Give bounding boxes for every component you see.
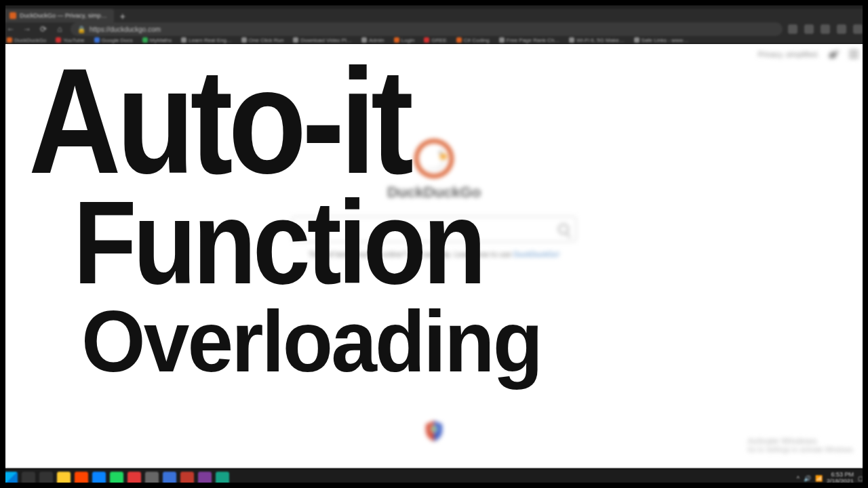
bookmark-item[interactable]: C# Coding bbox=[456, 37, 490, 43]
bookmark-favicon-icon bbox=[241, 37, 247, 43]
menu-icon[interactable] bbox=[853, 24, 863, 34]
bookmark-favicon-icon bbox=[634, 37, 639, 43]
app-icon-3[interactable] bbox=[145, 472, 159, 485]
bookmark-item[interactable]: YouTube bbox=[56, 37, 84, 43]
tagline-text: Tired of being tracked online? We can he… bbox=[309, 250, 511, 258]
bookmark-label: C# Coding bbox=[464, 37, 490, 43]
firefox-icon[interactable] bbox=[75, 472, 88, 485]
app-icon-6[interactable] bbox=[198, 472, 212, 485]
bookmark-favicon-icon bbox=[56, 37, 61, 43]
svg-point-1 bbox=[432, 427, 436, 431]
bookmark-item[interactable]: Admin bbox=[361, 37, 384, 43]
file-explorer-icon[interactable] bbox=[57, 472, 71, 485]
app-icon-2[interactable] bbox=[127, 472, 141, 485]
bookmark-label: Login bbox=[401, 37, 415, 43]
activate-windows-line1: Activate Windows bbox=[747, 436, 854, 446]
address-bar[interactable]: 🔒 https://duckduckgo.com bbox=[71, 22, 783, 36]
bookmark-label: One Click Run bbox=[249, 37, 284, 43]
bookmark-label: Download Video Pl… bbox=[300, 37, 351, 43]
notification-icon[interactable]: ▢ bbox=[858, 475, 864, 482]
bookmark-favicon-icon bbox=[181, 37, 186, 43]
forward-button[interactable]: → bbox=[22, 24, 33, 35]
bookmark-favicon-icon bbox=[424, 37, 429, 43]
app-icon-5[interactable] bbox=[180, 472, 194, 485]
new-tab-button[interactable]: + bbox=[117, 10, 129, 22]
bookmark-item[interactable]: Wi-Fi 6, 5G Make… bbox=[569, 37, 624, 43]
bookmark-favicon-icon bbox=[394, 37, 399, 43]
activate-windows-line2: Go to Settings to activate Windows. bbox=[747, 446, 854, 453]
app-icon-1[interactable] bbox=[110, 472, 123, 485]
search-icon[interactable] bbox=[558, 224, 569, 235]
search-input[interactable] bbox=[292, 216, 576, 242]
app-icon-4[interactable] bbox=[163, 472, 176, 485]
search-taskbar-icon[interactable] bbox=[22, 472, 35, 485]
bookmark-favicon-icon bbox=[7, 37, 12, 43]
bookmark-favicon-icon bbox=[94, 37, 100, 43]
extension-icon[interactable] bbox=[788, 24, 797, 34]
clock-date: 2/18/2021 bbox=[827, 479, 854, 485]
bookmark-favicon-icon bbox=[569, 37, 574, 43]
duckduckgo-logo-icon bbox=[414, 139, 454, 178]
bookmark-label: MyMaths bbox=[150, 37, 172, 43]
duckduckgo-favicon-icon bbox=[9, 12, 16, 19]
browser-tab-active[interactable]: DuckDuckGo — Privacy, simp… bbox=[3, 9, 114, 22]
bookmark-item[interactable]: MyMaths bbox=[142, 37, 172, 43]
activate-windows-watermark: Activate Windows Go to Settings to activ… bbox=[747, 436, 854, 453]
bookmark-label: Admin bbox=[369, 37, 384, 43]
bookmark-label: Wi-Fi 6, 5G Make… bbox=[576, 37, 624, 43]
bookmark-label: GREE bbox=[431, 37, 447, 43]
bookmark-item[interactable]: Download Video Pl… bbox=[293, 37, 351, 43]
address-row: ← → ⟳ ⌂ 🔒 https://duckduckgo.com bbox=[0, 22, 868, 37]
start-button[interactable] bbox=[4, 472, 18, 485]
bookmark-item[interactable]: Google Docs bbox=[94, 37, 133, 43]
bookmarks-bar: DuckDuckGoYouTubeGoogle DocsMyMathsLearn… bbox=[0, 37, 868, 44]
toolbar-right-icons bbox=[788, 24, 863, 34]
tray-wifi-icon[interactable]: 📶 bbox=[815, 475, 823, 482]
bookmark-item[interactable]: GREE bbox=[424, 37, 447, 43]
privacy-badge-icon bbox=[425, 421, 443, 441]
taskbar-clock[interactable]: 6:53 PM 2/18/2021 bbox=[827, 472, 854, 485]
bookmark-favicon-icon bbox=[361, 37, 367, 43]
tagline-link[interactable]: DuckDuckGo! bbox=[513, 250, 559, 258]
bookmark-label: Learn Real Eng… bbox=[189, 37, 232, 43]
bookmark-item[interactable]: Free Page Rank Ch… bbox=[499, 37, 560, 43]
bookmark-favicon-icon bbox=[499, 37, 505, 43]
app-icon-7[interactable] bbox=[216, 472, 229, 485]
bookmark-label: Google Docs bbox=[102, 37, 133, 43]
tray-network-icon[interactable]: 🔊 bbox=[804, 475, 811, 482]
window-titlebar bbox=[0, 0, 868, 9]
task-view-icon[interactable] bbox=[39, 472, 53, 485]
privacy-simplified-link[interactable]: Privacy, simplified. bbox=[758, 50, 819, 58]
bookmark-item[interactable]: Learn Real Eng… bbox=[181, 37, 232, 43]
brand-name: DuckDuckGo bbox=[387, 184, 481, 201]
tab-strip: DuckDuckGo — Privacy, simp… + bbox=[0, 9, 868, 22]
bookmark-label: YouTube bbox=[63, 37, 84, 43]
page-top-right: Privacy, simplified. bbox=[758, 49, 859, 58]
lock-icon: 🔒 bbox=[77, 26, 85, 33]
shield-icon[interactable] bbox=[804, 24, 814, 34]
bookmark-item[interactable]: Login bbox=[394, 37, 415, 43]
tab-title: DuckDuckGo — Privacy, simp… bbox=[20, 12, 107, 19]
bookmark-label: Free Page Rank Ch… bbox=[507, 37, 560, 43]
system-tray[interactable]: ^ 🔊 📶 6:53 PM 2/18/2021 ▢ bbox=[797, 472, 864, 485]
page-viewport: Privacy, simplified. DuckDuckGo Tired of… bbox=[0, 44, 868, 468]
bookmark-item[interactable]: Safe Links - www… bbox=[634, 37, 689, 43]
bookmark-favicon-icon bbox=[142, 37, 148, 43]
logo-area: DuckDuckGo bbox=[387, 139, 481, 201]
bookmark-item[interactable]: One Click Run bbox=[241, 37, 284, 43]
bookmark-label: DuckDuckGo bbox=[14, 37, 46, 43]
bookmark-favicon-icon bbox=[293, 37, 298, 43]
tray-chevron-icon[interactable]: ^ bbox=[797, 475, 800, 482]
browser-chrome: DuckDuckGo — Privacy, simp… + ← → ⟳ ⌂ 🔒 … bbox=[0, 0, 868, 44]
page-background-blurred: Privacy, simplified. DuckDuckGo Tired of… bbox=[0, 44, 868, 468]
edge-icon[interactable] bbox=[92, 472, 106, 485]
back-button[interactable]: ← bbox=[5, 24, 16, 35]
bookmark-item[interactable]: DuckDuckGo bbox=[7, 37, 46, 43]
bookmark-label: Safe Links - www… bbox=[642, 37, 689, 43]
hamburger-menu-icon[interactable] bbox=[849, 50, 859, 58]
account-icon[interactable] bbox=[837, 24, 846, 34]
twitter-icon[interactable] bbox=[829, 49, 840, 58]
home-button[interactable]: ⌂ bbox=[54, 24, 65, 35]
bookmark-star-icon[interactable] bbox=[821, 24, 830, 34]
reload-button[interactable]: ⟳ bbox=[38, 24, 49, 35]
